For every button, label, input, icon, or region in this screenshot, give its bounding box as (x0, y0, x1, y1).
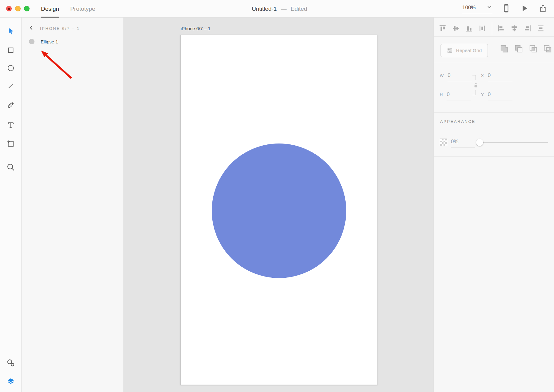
device-preview-button[interactable] (501, 4, 511, 14)
share-button[interactable] (538, 4, 548, 14)
align-middle-vertical-button[interactable] (451, 24, 460, 33)
select-arrow-icon (7, 27, 15, 35)
distribute-vertical-button[interactable] (536, 24, 545, 33)
height-field[interactable]: H 0 (440, 91, 471, 100)
alignment-toolbar (438, 22, 550, 35)
zoom-level-dropdown[interactable]: 100% (462, 5, 492, 13)
traffic-lights (6, 6, 30, 11)
intersect-shapes-button[interactable] (529, 44, 538, 53)
tab-design[interactable]: Design (41, 0, 59, 18)
chevron-down-icon (487, 5, 492, 11)
opacity-slider-track[interactable] (477, 142, 548, 143)
document-name: Untitled-1 (252, 6, 277, 12)
adobe-xd-window: Design Prototype Untitled-1 — Edited 100… (0, 0, 554, 392)
minimize-button[interactable] (15, 6, 21, 11)
align-center-horizontal-icon (510, 24, 518, 32)
opacity-value[interactable]: 0% (451, 139, 475, 148)
ellipse-tool-button[interactable] (6, 64, 15, 72)
subtract-icon (514, 44, 523, 53)
assets-icon (6, 359, 15, 367)
intersect-icon (529, 44, 538, 53)
x-label: X (481, 73, 484, 78)
artboard-breadcrumb[interactable]: IPHONE 6/7 – 1 (40, 26, 80, 31)
expand-button[interactable] (24, 6, 30, 11)
document-title: Untitled-1 — Edited (252, 0, 307, 18)
ellipse-layer-icon (29, 39, 34, 44)
play-icon (520, 4, 529, 14)
document-status: Edited (291, 6, 307, 12)
y-field[interactable]: Y 0 (481, 91, 512, 100)
width-field[interactable]: W 0 (440, 72, 472, 81)
magnifier-icon (6, 163, 15, 172)
layer-item-label: Ellipse 1 (41, 39, 58, 44)
mode-tabs: Design Prototype (41, 0, 95, 18)
align-center-horizontal-button[interactable] (510, 24, 519, 33)
line-tool-button[interactable] (6, 82, 15, 90)
pen-tool-button[interactable] (6, 101, 15, 109)
rectangle-icon (7, 46, 14, 54)
opacity-slider[interactable] (477, 136, 548, 150)
layers-panel-header: IPHONE 6/7 – 1 (29, 25, 80, 32)
play-button[interactable] (520, 4, 529, 14)
divider (492, 22, 492, 35)
exclude-overlap-icon (543, 44, 552, 53)
layers-panel: IPHONE 6/7 – 1 Ellipse 1 (22, 18, 124, 392)
select-tool-button[interactable] (6, 27, 15, 35)
tool-sidebar (0, 18, 22, 392)
divider (434, 62, 554, 62)
align-right-button[interactable] (523, 24, 532, 33)
close-button[interactable] (6, 6, 12, 11)
add-shapes-button[interactable] (500, 44, 509, 53)
assets-panel-button[interactable] (6, 359, 15, 367)
layer-item-ellipse-1[interactable]: Ellipse 1 (29, 37, 58, 46)
divider (434, 112, 554, 113)
repeat-grid-icon (447, 48, 453, 54)
align-top-icon (439, 24, 447, 32)
height-label: H (440, 92, 443, 97)
y-label: Y (481, 92, 484, 97)
back-button[interactable] (29, 25, 34, 32)
distribute-horizontal-icon (478, 24, 486, 32)
artboard[interactable] (180, 35, 377, 385)
device-preview-icon (501, 4, 511, 14)
text-tool-button[interactable] (6, 121, 15, 129)
opacity-slider-thumb[interactable] (476, 139, 483, 146)
property-inspector: Repeat Grid W 0 X (433, 18, 554, 392)
zoom-tool-button[interactable] (6, 163, 15, 172)
align-left-button[interactable] (496, 24, 506, 33)
divider (434, 36, 554, 37)
tab-prototype[interactable]: Prototype (70, 0, 95, 18)
vertical-align-group (438, 24, 487, 33)
distribute-vertical-icon (537, 24, 545, 32)
align-right-icon (524, 24, 532, 32)
height-value[interactable]: 0 (447, 91, 471, 100)
topbar-controls: 100% (462, 0, 548, 18)
layers-panel-button[interactable] (6, 377, 15, 386)
zoom-level-value: 100% (462, 5, 476, 11)
width-value[interactable]: 0 (448, 72, 472, 81)
align-top-button[interactable] (438, 24, 447, 33)
align-bottom-button[interactable] (464, 24, 474, 33)
ellipse-shape[interactable] (212, 143, 346, 278)
align-bottom-icon (465, 24, 473, 32)
rectangle-tool-button[interactable] (6, 46, 15, 55)
text-icon (7, 121, 15, 129)
artboard-tool-button[interactable] (6, 139, 15, 148)
lock-bracket-bottom (472, 90, 476, 95)
boolean-ops-group (500, 44, 552, 53)
artboard-title[interactable]: iPhone 6/7 – 1 (181, 26, 211, 31)
exclude-overlap-button[interactable] (543, 44, 552, 53)
title-separator: — (281, 6, 287, 12)
align-left-icon (497, 24, 505, 32)
distribute-horizontal-button[interactable] (478, 24, 487, 33)
repeat-grid-button[interactable]: Repeat Grid (440, 44, 488, 57)
x-value[interactable]: 0 (488, 72, 512, 81)
share-icon (539, 4, 547, 14)
y-value[interactable]: 0 (488, 91, 512, 100)
lock-aspect-button[interactable] (474, 83, 478, 89)
x-field[interactable]: X 0 (481, 72, 512, 81)
subtract-shapes-button[interactable] (514, 44, 523, 53)
divider (434, 156, 554, 157)
pen-icon (7, 101, 15, 109)
canvas[interactable]: iPhone 6/7 – 1 (124, 18, 433, 392)
